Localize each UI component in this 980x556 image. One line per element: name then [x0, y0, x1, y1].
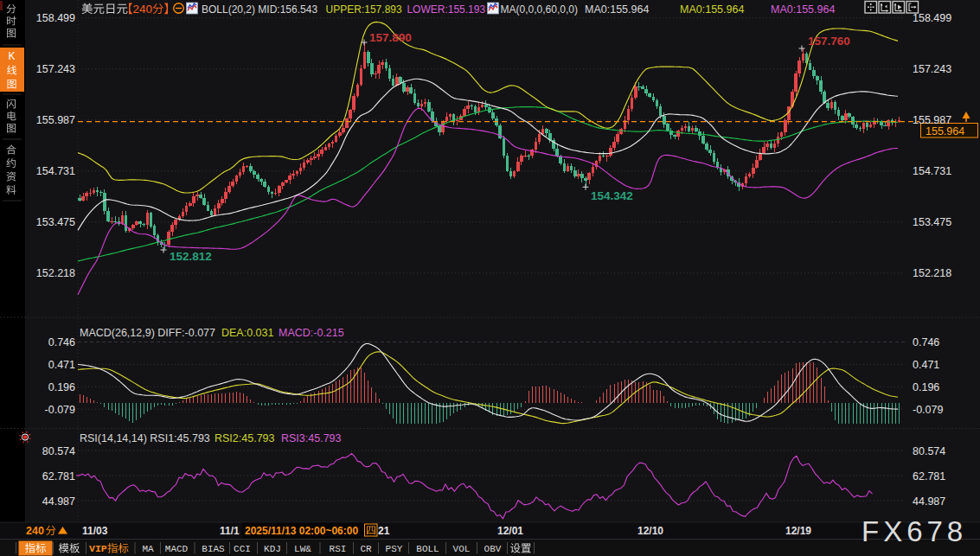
svg-text:MACD(26,12,9) DIFF:-0.077: MACD(26,12,9) DIFF:-0.077: [80, 327, 215, 339]
svg-text:PSY: PSY: [386, 544, 403, 554]
svg-text:-0.079: -0.079: [913, 404, 943, 416]
svg-text:154.731: 154.731: [913, 165, 951, 177]
svg-text:2025/11/13 02:00~06:00: 2025/11/13 02:00~06:00: [245, 525, 358, 537]
svg-text:DEA:0.031: DEA:0.031: [221, 327, 274, 339]
svg-text:K: K: [8, 50, 15, 62]
svg-text:44.987: 44.987: [42, 495, 75, 508]
svg-text:12/01: 12/01: [497, 525, 523, 537]
svg-text:KDJ: KDJ: [264, 544, 281, 554]
svg-text:158.499: 158.499: [913, 12, 951, 24]
svg-text:MA0:155.964: MA0:155.964: [585, 3, 649, 16]
svg-text:12/10: 12/10: [637, 525, 663, 537]
svg-text:153.475: 153.475: [36, 216, 75, 228]
svg-text:BIAS: BIAS: [202, 544, 225, 554]
svg-text:MA(0,0,0,60,0,0): MA(0,0,0,60,0,0): [501, 3, 578, 16]
svg-text:157.243: 157.243: [913, 63, 951, 75]
svg-text:157.890: 157.890: [369, 31, 412, 44]
svg-text:RSI3:45.793: RSI3:45.793: [281, 432, 342, 444]
svg-text:RSI(14,14,14) RSI1:45.793: RSI(14,14,14) RSI1:45.793: [80, 432, 210, 444]
svg-text:155.987: 155.987: [36, 114, 75, 126]
svg-text:VOL: VOL: [453, 544, 471, 554]
svg-text:MA0:155.964: MA0:155.964: [771, 3, 835, 16]
svg-text:-0.079: -0.079: [45, 404, 75, 416]
svg-text:157.760: 157.760: [808, 35, 850, 48]
svg-text:154.342: 154.342: [591, 189, 633, 202]
svg-text:152.812: 152.812: [170, 250, 212, 263]
svg-text:MACD:-0.215: MACD:-0.215: [279, 327, 344, 339]
svg-text:VIP: VIP: [89, 543, 107, 554]
svg-text:12/19: 12/19: [785, 525, 811, 537]
svg-text:0.471: 0.471: [48, 359, 75, 371]
svg-text:MA0:155.964: MA0:155.964: [680, 3, 744, 16]
svg-text:240: 240: [26, 525, 44, 537]
svg-text:152.218: 152.218: [36, 267, 75, 279]
svg-text:0.746: 0.746: [48, 336, 75, 348]
svg-text:62.781: 62.781: [913, 470, 945, 483]
svg-text:153.475: 153.475: [913, 216, 951, 228]
svg-text:OBV: OBV: [484, 544, 502, 554]
svg-text:MA: MA: [142, 544, 154, 554]
svg-text:152.218: 152.218: [913, 267, 951, 279]
svg-text:0.196: 0.196: [48, 381, 75, 393]
svg-text:0.471: 0.471: [913, 359, 939, 371]
svg-text:CR: CR: [360, 544, 372, 554]
svg-text:62.781: 62.781: [42, 470, 75, 483]
svg-text:0.196: 0.196: [913, 381, 939, 393]
svg-text:80.574: 80.574: [42, 445, 75, 457]
svg-text:RSI: RSI: [330, 544, 347, 554]
svg-text:11/1: 11/1: [220, 525, 240, 537]
svg-text:BOLL(20,2) MID:156.543: BOLL(20,2) MID:156.543: [202, 3, 317, 16]
svg-text:154.731: 154.731: [36, 165, 75, 177]
svg-text:BOLL: BOLL: [416, 544, 439, 554]
svg-text:11/03: 11/03: [82, 525, 108, 537]
svg-text:LW&: LW&: [294, 544, 311, 554]
svg-text:157.243: 157.243: [36, 63, 75, 75]
svg-text:44.987: 44.987: [913, 495, 945, 508]
svg-text:CCI: CCI: [234, 544, 251, 554]
svg-text:80.574: 80.574: [913, 445, 945, 457]
svg-text:155.964: 155.964: [926, 125, 964, 137]
svg-text:MACD: MACD: [165, 544, 189, 554]
svg-text:0.746: 0.746: [913, 336, 939, 348]
svg-text:UPPER:157.893: UPPER:157.893: [326, 3, 402, 16]
svg-text:240: 240: [133, 3, 153, 16]
svg-text:RSI2:45.793: RSI2:45.793: [215, 432, 275, 444]
svg-text:LOWER:155.193: LOWER:155.193: [407, 3, 485, 16]
svg-text:21: 21: [378, 525, 390, 537]
svg-text:FX678: FX678: [862, 515, 967, 547]
svg-text:158.499: 158.499: [36, 12, 75, 24]
svg-text:155.987: 155.987: [913, 114, 951, 126]
